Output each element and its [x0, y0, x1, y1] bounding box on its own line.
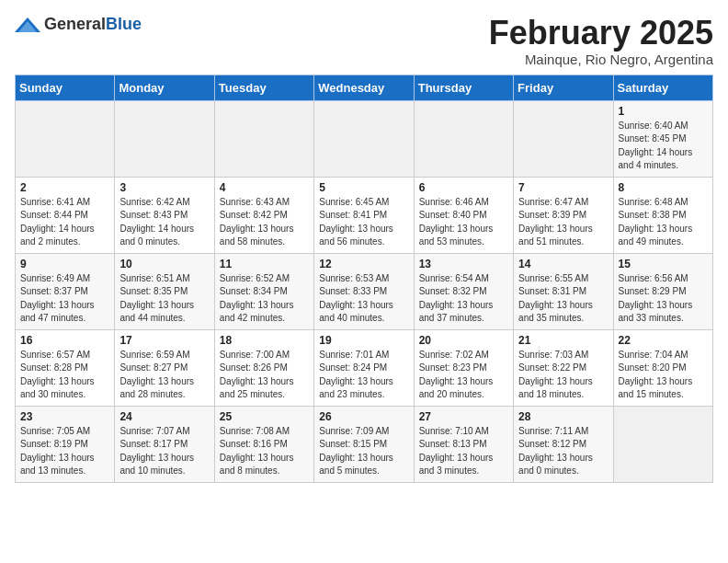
calendar-cell: 2Sunrise: 6:41 AM Sunset: 8:44 PM Daylig… — [16, 177, 115, 253]
day-number: 3 — [119, 181, 209, 194]
day-number: 9 — [20, 258, 109, 270]
calendar-cell: 11Sunrise: 6:52 AM Sunset: 8:34 PM Dayli… — [214, 253, 313, 329]
day-info: Sunrise: 6:48 AM Sunset: 8:38 PM Dayligh… — [619, 196, 708, 249]
calendar-header-row: SundayMondayTuesdayWednesdayThursdayFrid… — [16, 75, 713, 100]
day-info: Sunrise: 6:59 AM Sunset: 8:27 PM Dayligh… — [119, 349, 209, 402]
day-info: Sunrise: 7:08 AM Sunset: 8:16 PM Dayligh… — [220, 425, 309, 478]
calendar-cell: 20Sunrise: 7:02 AM Sunset: 8:23 PM Dayli… — [414, 329, 513, 406]
day-info: Sunrise: 6:43 AM Sunset: 8:42 PM Dayligh… — [220, 196, 309, 249]
calendar-week-row: 16Sunrise: 6:57 AM Sunset: 8:28 PM Dayli… — [16, 329, 713, 406]
calendar-cell — [16, 100, 115, 177]
day-number: 11 — [220, 258, 309, 270]
day-info: Sunrise: 6:53 AM Sunset: 8:33 PM Dayligh… — [319, 272, 408, 326]
page-header: GeneralBlue February 2025 Mainque, Rio N… — [15, 15, 713, 67]
calendar-week-row: 2Sunrise: 6:41 AM Sunset: 8:44 PM Daylig… — [16, 177, 713, 253]
calendar-cell: 22Sunrise: 7:04 AM Sunset: 8:20 PM Dayli… — [613, 329, 712, 406]
logo-icon — [15, 16, 40, 34]
day-number: 14 — [518, 258, 608, 270]
calendar-cell: 16Sunrise: 6:57 AM Sunset: 8:28 PM Dayli… — [16, 329, 115, 406]
day-number: 23 — [20, 410, 109, 423]
weekday-header-monday: Monday — [115, 75, 214, 100]
weekday-header-saturday: Saturday — [613, 75, 712, 100]
day-number: 26 — [319, 410, 408, 423]
day-info: Sunrise: 6:54 AM Sunset: 8:32 PM Dayligh… — [419, 272, 508, 326]
calendar-cell: 1Sunrise: 6:40 AM Sunset: 8:45 PM Daylig… — [613, 100, 712, 177]
logo: GeneralBlue — [15, 15, 142, 34]
day-number: 19 — [319, 334, 408, 347]
calendar-cell — [314, 100, 414, 177]
day-info: Sunrise: 6:56 AM Sunset: 8:29 PM Dayligh… — [619, 272, 708, 326]
calendar-cell — [514, 100, 613, 177]
calendar-week-row: 1Sunrise: 6:40 AM Sunset: 8:45 PM Daylig… — [16, 100, 713, 177]
day-info: Sunrise: 7:03 AM Sunset: 8:22 PM Dayligh… — [518, 349, 608, 402]
day-info: Sunrise: 7:01 AM Sunset: 8:24 PM Dayligh… — [319, 349, 408, 402]
day-number: 5 — [319, 181, 408, 194]
day-info: Sunrise: 6:47 AM Sunset: 8:39 PM Dayligh… — [518, 196, 608, 249]
weekday-header-thursday: Thursday — [414, 75, 513, 100]
day-info: Sunrise: 7:11 AM Sunset: 8:12 PM Dayligh… — [518, 425, 608, 478]
day-number: 4 — [220, 181, 309, 194]
calendar-cell: 24Sunrise: 7:07 AM Sunset: 8:17 PM Dayli… — [115, 406, 214, 482]
day-number: 28 — [518, 410, 608, 423]
day-info: Sunrise: 6:55 AM Sunset: 8:31 PM Dayligh… — [518, 272, 608, 326]
calendar-cell: 4Sunrise: 6:43 AM Sunset: 8:42 PM Daylig… — [214, 177, 313, 253]
calendar-cell: 27Sunrise: 7:10 AM Sunset: 8:13 PM Dayli… — [414, 406, 513, 482]
calendar-cell — [414, 100, 513, 177]
calendar-cell: 19Sunrise: 7:01 AM Sunset: 8:24 PM Dayli… — [314, 329, 414, 406]
calendar-cell: 28Sunrise: 7:11 AM Sunset: 8:12 PM Dayli… — [514, 406, 613, 482]
day-number: 27 — [419, 410, 508, 423]
day-number: 2 — [20, 181, 109, 194]
day-number: 12 — [319, 258, 408, 270]
day-info: Sunrise: 6:41 AM Sunset: 8:44 PM Dayligh… — [20, 196, 109, 249]
day-number: 6 — [419, 181, 508, 194]
calendar-cell: 9Sunrise: 6:49 AM Sunset: 8:37 PM Daylig… — [16, 253, 115, 329]
logo-blue-text: Blue — [106, 15, 142, 33]
calendar-cell — [115, 100, 214, 177]
calendar-cell: 5Sunrise: 6:45 AM Sunset: 8:41 PM Daylig… — [314, 177, 414, 253]
day-info: Sunrise: 7:09 AM Sunset: 8:15 PM Dayligh… — [319, 425, 408, 478]
month-title: February 2025 — [489, 15, 713, 52]
calendar-cell: 21Sunrise: 7:03 AM Sunset: 8:22 PM Dayli… — [514, 329, 613, 406]
day-number: 20 — [419, 334, 508, 347]
day-info: Sunrise: 7:02 AM Sunset: 8:23 PM Dayligh… — [419, 349, 508, 402]
day-number: 17 — [119, 334, 209, 347]
day-number: 7 — [518, 181, 608, 194]
calendar-cell: 7Sunrise: 6:47 AM Sunset: 8:39 PM Daylig… — [514, 177, 613, 253]
day-info: Sunrise: 6:52 AM Sunset: 8:34 PM Dayligh… — [220, 272, 309, 326]
logo-general-text: General — [44, 15, 106, 33]
calendar-cell: 25Sunrise: 7:08 AM Sunset: 8:16 PM Dayli… — [214, 406, 313, 482]
weekday-header-sunday: Sunday — [16, 75, 115, 100]
day-number: 24 — [119, 410, 209, 423]
calendar-cell: 14Sunrise: 6:55 AM Sunset: 8:31 PM Dayli… — [514, 253, 613, 329]
day-info: Sunrise: 6:45 AM Sunset: 8:41 PM Dayligh… — [319, 196, 408, 249]
day-number: 1 — [619, 105, 708, 118]
calendar-cell: 12Sunrise: 6:53 AM Sunset: 8:33 PM Dayli… — [314, 253, 414, 329]
title-block: February 2025 Mainque, Rio Negro, Argent… — [489, 15, 713, 67]
day-info: Sunrise: 6:46 AM Sunset: 8:40 PM Dayligh… — [419, 196, 508, 249]
day-number: 13 — [419, 258, 508, 270]
day-info: Sunrise: 7:04 AM Sunset: 8:20 PM Dayligh… — [619, 349, 708, 402]
calendar-cell: 17Sunrise: 6:59 AM Sunset: 8:27 PM Dayli… — [115, 329, 214, 406]
day-number: 22 — [619, 334, 708, 347]
calendar-cell: 3Sunrise: 6:42 AM Sunset: 8:43 PM Daylig… — [115, 177, 214, 253]
day-info: Sunrise: 7:00 AM Sunset: 8:26 PM Dayligh… — [220, 349, 309, 402]
calendar-week-row: 9Sunrise: 6:49 AM Sunset: 8:37 PM Daylig… — [16, 253, 713, 329]
calendar-cell: 23Sunrise: 7:05 AM Sunset: 8:19 PM Dayli… — [16, 406, 115, 482]
day-info: Sunrise: 7:07 AM Sunset: 8:17 PM Dayligh… — [119, 425, 209, 478]
day-info: Sunrise: 6:51 AM Sunset: 8:35 PM Dayligh… — [119, 272, 209, 326]
day-info: Sunrise: 7:05 AM Sunset: 8:19 PM Dayligh… — [20, 425, 109, 478]
day-number: 25 — [220, 410, 309, 423]
day-number: 16 — [20, 334, 109, 347]
calendar-cell: 6Sunrise: 6:46 AM Sunset: 8:40 PM Daylig… — [414, 177, 513, 253]
day-number: 10 — [119, 258, 209, 270]
location-title: Mainque, Rio Negro, Argentina — [489, 52, 713, 67]
weekday-header-wednesday: Wednesday — [314, 75, 414, 100]
calendar-week-row: 23Sunrise: 7:05 AM Sunset: 8:19 PM Dayli… — [16, 406, 713, 482]
calendar-cell: 13Sunrise: 6:54 AM Sunset: 8:32 PM Dayli… — [414, 253, 513, 329]
weekday-header-friday: Friday — [514, 75, 613, 100]
calendar-cell — [613, 406, 712, 482]
calendar-cell: 10Sunrise: 6:51 AM Sunset: 8:35 PM Dayli… — [115, 253, 214, 329]
day-info: Sunrise: 6:42 AM Sunset: 8:43 PM Dayligh… — [119, 196, 209, 249]
day-number: 15 — [619, 258, 708, 270]
calendar-cell: 15Sunrise: 6:56 AM Sunset: 8:29 PM Dayli… — [613, 253, 712, 329]
